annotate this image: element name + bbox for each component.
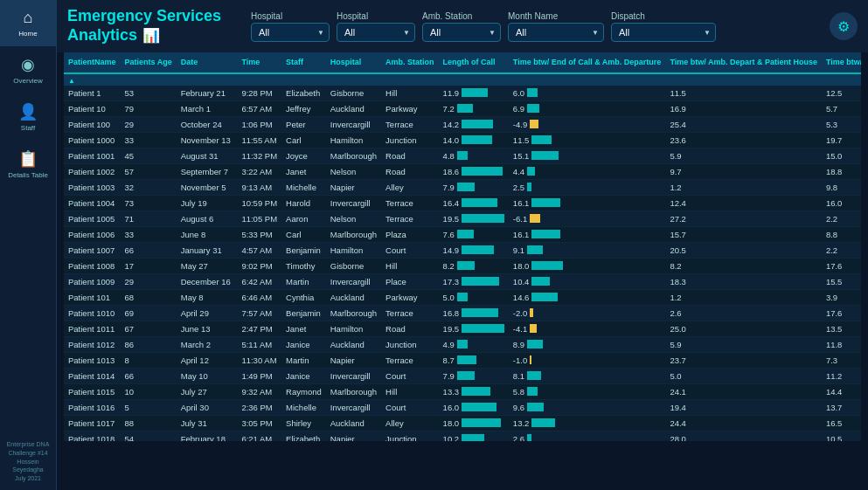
- author-label: Hossein Seyedagha: [3, 458, 52, 475]
- filter-hospital2-select[interactable]: All: [337, 23, 415, 42]
- cell: Auckland: [326, 100, 381, 116]
- cell: 7.3: [822, 352, 861, 368]
- length-call-cell: 4.8: [439, 148, 509, 163]
- filter-amb-station-select[interactable]: All: [422, 23, 501, 42]
- cell: Janice: [281, 368, 326, 383]
- table-row: Patient 100332November 59:13 AMMichelleN…: [64, 179, 861, 195]
- filter-dispatch-wrap[interactable]: All: [611, 23, 716, 42]
- settings-button[interactable]: ⚙: [830, 12, 858, 40]
- cell: 54: [121, 431, 177, 441]
- cell: Martin: [281, 352, 326, 368]
- cell: 1.2: [665, 289, 822, 305]
- table-row: Patient 100929December 166:42 AMMartinIn…: [64, 273, 861, 289]
- filter-hospital1-select[interactable]: All: [251, 23, 330, 42]
- table-row: Patient 10029October 241:06 PMPeterInver…: [64, 116, 861, 132]
- filter-hospital1-wrap[interactable]: All: [251, 23, 330, 42]
- cell: 29: [121, 116, 177, 132]
- cell: 33: [121, 132, 177, 148]
- filter-hospital2: Hospital All: [337, 11, 415, 42]
- cell: 27.2: [665, 210, 822, 226]
- cell: February 18: [177, 431, 238, 441]
- sidebar-item-staff[interactable]: 👤 Staff: [0, 93, 56, 141]
- time-end-amb-cell: 10.4: [509, 273, 666, 289]
- length-call-cell: 7.9: [439, 368, 509, 383]
- table-row: Patient 1079March 16:57 AMJeffreyAucklan…: [64, 100, 861, 116]
- cell: Invercargill: [326, 368, 381, 383]
- cell: 1:49 PM: [237, 368, 281, 383]
- sidebar-item-overview[interactable]: ◉ Overview: [0, 46, 56, 93]
- cell: 13.7: [822, 399, 861, 415]
- cell: Court: [381, 242, 439, 258]
- table-row: Patient 101167June 132:47 PMJanetHamilto…: [64, 321, 861, 336]
- filter-month-wrap[interactable]: All: [508, 23, 604, 42]
- length-call-cell: 13.3: [439, 383, 509, 399]
- filter-amb-station: Amb. Station All: [422, 11, 501, 42]
- cell: Patient 1004: [64, 195, 121, 210]
- title-line2: Analytics: [67, 26, 137, 45]
- cell: Michelle: [281, 179, 326, 195]
- cell: Parkway: [381, 100, 439, 116]
- cell: Plaza: [381, 226, 439, 242]
- sidebar-item-details[interactable]: 📋 Details Table: [0, 141, 56, 188]
- cell: 4:57 AM: [237, 242, 281, 258]
- cell: 11.8: [822, 336, 861, 352]
- cell: 3.9: [822, 289, 861, 305]
- length-call-cell: 17.3: [439, 273, 509, 289]
- cell: February 21: [177, 86, 238, 101]
- filter-dispatch-select[interactable]: All: [611, 23, 716, 42]
- length-call-cell: 7.6: [439, 226, 509, 242]
- cell: Shirley: [281, 415, 326, 431]
- cell: Aaron: [281, 210, 326, 226]
- cell: 3:22 AM: [237, 163, 281, 179]
- cell: 5: [121, 399, 177, 415]
- sidebar-item-home[interactable]: ⌂ Home: [0, 0, 56, 46]
- cell: 10.5: [822, 431, 861, 441]
- cell: 5.9: [665, 148, 822, 163]
- table-row: Patient 101466May 101:49 PMJaniceInverca…: [64, 368, 861, 383]
- expand-icon[interactable]: ▲: [68, 77, 75, 85]
- cell: Alley: [381, 179, 439, 195]
- cell: 19.4: [665, 399, 822, 415]
- time-end-amb-cell: 2.5: [509, 179, 666, 195]
- cell: May 8: [177, 289, 238, 305]
- cell: Hill: [381, 383, 439, 399]
- time-end-amb-cell: 14.6: [509, 289, 666, 305]
- cell: 7:57 AM: [237, 305, 281, 321]
- cell: 5:11 AM: [237, 336, 281, 352]
- cell: 86: [121, 336, 177, 352]
- cell: Patient 10: [64, 100, 121, 116]
- table-scroll[interactable]: PatientName Patients Age Date Time Staff…: [64, 52, 861, 441]
- col-date: Date: [177, 52, 238, 73]
- time-end-amb-cell: 16.1: [509, 226, 666, 242]
- table-body: Patient 153February 219:28 PMElizabethGi…: [64, 86, 861, 441]
- cell: October 24: [177, 116, 238, 132]
- cell: 17.6: [822, 305, 861, 321]
- cell: Hamilton: [326, 242, 381, 258]
- header: Emergency Services Analytics 📊 Hospital …: [57, 0, 868, 52]
- filter-amb-station-wrap[interactable]: All: [422, 23, 501, 42]
- cell: July 27: [177, 383, 238, 399]
- cell: Court: [381, 368, 439, 383]
- cell: Joyce: [281, 148, 326, 163]
- cell: Patient 1008: [64, 258, 121, 273]
- filter-hospital2-wrap[interactable]: All: [337, 23, 415, 42]
- cell: Road: [381, 148, 439, 163]
- time-end-amb-cell: 16.1: [509, 195, 666, 210]
- table-row: Patient 100257September 73:22 AMJanetNel…: [64, 163, 861, 179]
- filter-amb-station-label: Amb. Station: [422, 11, 501, 21]
- cell: Raymond: [281, 383, 326, 399]
- length-call-cell: 8.2: [439, 258, 509, 273]
- cell: Patient 100: [64, 116, 121, 132]
- filter-month-select[interactable]: All: [508, 23, 604, 42]
- length-call-cell: 11.9: [439, 86, 509, 101]
- cell: Timothy: [281, 258, 326, 273]
- table-row: Patient 101788July 313:05 PMShirleyAuckl…: [64, 415, 861, 431]
- cell: Napier: [326, 352, 381, 368]
- cell: Junction: [381, 132, 439, 148]
- col-time-house-hosp: Time btw/ Patient House & Hospital: [822, 52, 861, 73]
- sidebar-label-staff: Staff: [21, 124, 35, 132]
- cell: Napier: [326, 179, 381, 195]
- data-table: PatientName Patients Age Date Time Staff…: [64, 52, 861, 441]
- length-call-cell: 16.8: [439, 305, 509, 321]
- time-end-amb-cell: 4.4: [509, 163, 666, 179]
